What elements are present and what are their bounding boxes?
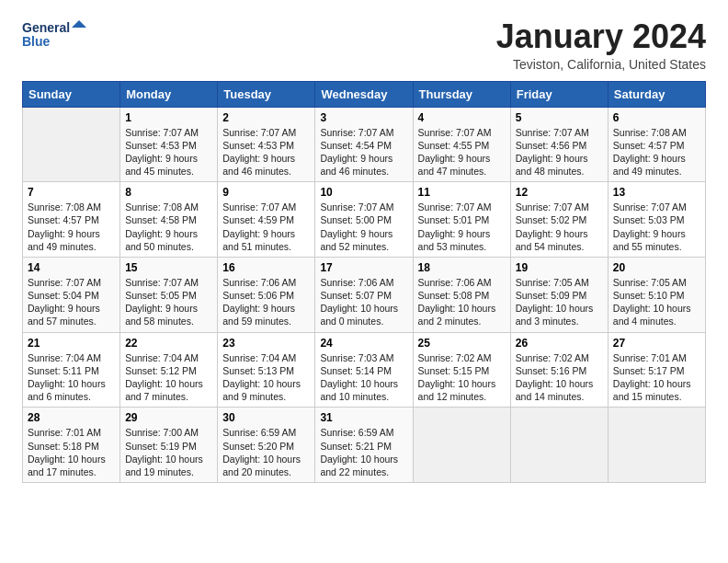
header-tuesday: Tuesday [218, 81, 315, 107]
day-cell: 18Sunrise: 7:06 AMSunset: 5:08 PMDayligh… [413, 257, 510, 332]
day-info: Sunrise: 7:01 AMSunset: 5:17 PMDaylight:… [613, 351, 700, 404]
day-number: 18 [418, 261, 506, 274]
day-info: Sunrise: 7:06 AMSunset: 5:07 PMDaylight:… [320, 276, 407, 328]
week-row-1: 1Sunrise: 7:07 AMSunset: 4:53 PMDaylight… [23, 107, 706, 182]
day-number: 29 [125, 411, 212, 424]
day-info: Sunrise: 7:06 AMSunset: 5:06 PMDaylight:… [222, 276, 310, 328]
day-number: 16 [222, 261, 310, 274]
month-title: January 2024 [496, 18, 706, 55]
day-info: Sunrise: 7:05 AMSunset: 5:10 PMDaylight:… [613, 276, 700, 328]
day-cell: 21Sunrise: 7:04 AMSunset: 5:11 PMDayligh… [23, 332, 120, 408]
day-cell: 3Sunrise: 7:07 AMSunset: 4:54 PMDaylight… [315, 107, 413, 182]
day-cell: 11Sunrise: 7:07 AMSunset: 5:01 PMDayligh… [413, 182, 510, 258]
header-monday: Monday [120, 81, 218, 107]
day-info: Sunrise: 7:07 AMSunset: 4:59 PMDaylight:… [222, 201, 310, 253]
day-cell: 10Sunrise: 7:07 AMSunset: 5:00 PMDayligh… [315, 182, 413, 258]
header-thursday: Thursday [413, 81, 510, 107]
day-info: Sunrise: 7:07 AMSunset: 5:05 PMDaylight:… [125, 276, 212, 328]
day-number: 7 [28, 186, 115, 199]
day-number: 27 [613, 337, 700, 350]
day-info: Sunrise: 7:04 AMSunset: 5:12 PMDaylight:… [125, 351, 212, 404]
day-info: Sunrise: 7:07 AMSunset: 5:04 PMDaylight:… [28, 276, 115, 328]
day-cell: 30Sunrise: 6:59 AMSunset: 5:20 PMDayligh… [218, 408, 315, 483]
logo-svg: General Blue [22, 18, 86, 52]
day-cell [23, 107, 120, 182]
day-cell: 27Sunrise: 7:01 AMSunset: 5:17 PMDayligh… [608, 332, 705, 408]
day-cell: 12Sunrise: 7:07 AMSunset: 5:02 PMDayligh… [510, 182, 608, 258]
day-cell: 4Sunrise: 7:07 AMSunset: 4:55 PMDaylight… [413, 107, 510, 182]
day-cell: 5Sunrise: 7:07 AMSunset: 4:56 PMDaylight… [510, 107, 608, 182]
day-number: 17 [320, 261, 407, 274]
day-number: 3 [320, 111, 407, 124]
day-number: 5 [516, 111, 603, 124]
day-cell: 29Sunrise: 7:00 AMSunset: 5:19 PMDayligh… [120, 408, 218, 483]
day-number: 13 [613, 186, 700, 199]
day-info: Sunrise: 7:00 AMSunset: 5:19 PMDaylight:… [125, 426, 212, 478]
day-number: 23 [222, 337, 310, 350]
day-cell: 8Sunrise: 7:08 AMSunset: 4:58 PMDaylight… [120, 182, 218, 258]
header: General Blue January 2024 Teviston, Cali… [22, 18, 706, 72]
day-cell: 1Sunrise: 7:07 AMSunset: 4:53 PMDaylight… [120, 107, 218, 182]
day-info: Sunrise: 7:07 AMSunset: 4:55 PMDaylight:… [418, 126, 506, 178]
day-number: 12 [516, 186, 603, 199]
day-number: 15 [125, 261, 212, 274]
day-cell: 14Sunrise: 7:07 AMSunset: 5:04 PMDayligh… [23, 257, 120, 332]
day-number: 9 [222, 186, 310, 199]
day-number: 31 [320, 411, 407, 424]
day-cell: 15Sunrise: 7:07 AMSunset: 5:05 PMDayligh… [120, 257, 218, 332]
day-info: Sunrise: 7:07 AMSunset: 4:53 PMDaylight:… [222, 126, 310, 178]
day-cell: 26Sunrise: 7:02 AMSunset: 5:16 PMDayligh… [510, 332, 608, 408]
day-number: 30 [222, 411, 310, 424]
header-friday: Friday [510, 81, 608, 107]
day-info: Sunrise: 6:59 AMSunset: 5:20 PMDaylight:… [222, 426, 310, 478]
day-number: 24 [320, 337, 407, 350]
day-info: Sunrise: 7:08 AMSunset: 4:57 PMDaylight:… [28, 201, 115, 253]
day-number: 22 [125, 337, 212, 350]
day-number: 28 [28, 411, 115, 424]
day-cell: 20Sunrise: 7:05 AMSunset: 5:10 PMDayligh… [608, 257, 705, 332]
day-info: Sunrise: 7:07 AMSunset: 5:02 PMDaylight:… [516, 201, 603, 253]
title-area: January 2024 Teviston, California, Unite… [496, 18, 706, 72]
day-info: Sunrise: 7:03 AMSunset: 5:14 PMDaylight:… [320, 351, 407, 404]
svg-marker-1 [72, 20, 86, 28]
day-info: Sunrise: 6:59 AMSunset: 5:21 PMDaylight:… [320, 426, 407, 478]
day-cell: 23Sunrise: 7:04 AMSunset: 5:13 PMDayligh… [218, 332, 315, 408]
day-info: Sunrise: 7:01 AMSunset: 5:18 PMDaylight:… [28, 426, 115, 478]
day-info: Sunrise: 7:07 AMSunset: 4:56 PMDaylight:… [516, 126, 603, 178]
day-number: 21 [28, 337, 115, 350]
day-info: Sunrise: 7:07 AMSunset: 4:53 PMDaylight:… [125, 126, 212, 178]
day-cell: 2Sunrise: 7:07 AMSunset: 4:53 PMDaylight… [218, 107, 315, 182]
day-cell: 22Sunrise: 7:04 AMSunset: 5:12 PMDayligh… [120, 332, 218, 408]
day-info: Sunrise: 7:08 AMSunset: 4:58 PMDaylight:… [125, 201, 212, 253]
day-cell: 31Sunrise: 6:59 AMSunset: 5:21 PMDayligh… [315, 408, 413, 483]
day-cell: 28Sunrise: 7:01 AMSunset: 5:18 PMDayligh… [23, 408, 120, 483]
day-cell: 24Sunrise: 7:03 AMSunset: 5:14 PMDayligh… [315, 332, 413, 408]
svg-text:Blue: Blue [22, 34, 51, 49]
day-info: Sunrise: 7:08 AMSunset: 4:57 PMDaylight:… [613, 126, 700, 178]
svg-text:General: General [22, 20, 70, 35]
day-number: 6 [613, 111, 700, 124]
day-info: Sunrise: 7:02 AMSunset: 5:15 PMDaylight:… [418, 351, 506, 404]
day-cell: 13Sunrise: 7:07 AMSunset: 5:03 PMDayligh… [608, 182, 705, 258]
day-cell: 19Sunrise: 7:05 AMSunset: 5:09 PMDayligh… [510, 257, 608, 332]
day-number: 14 [28, 261, 115, 274]
day-number: 26 [516, 337, 603, 350]
day-cell [413, 408, 510, 483]
day-cell: 16Sunrise: 7:06 AMSunset: 5:06 PMDayligh… [218, 257, 315, 332]
day-info: Sunrise: 7:04 AMSunset: 5:13 PMDaylight:… [222, 351, 310, 404]
day-number: 25 [418, 337, 506, 350]
week-row-4: 21Sunrise: 7:04 AMSunset: 5:11 PMDayligh… [23, 332, 706, 408]
day-cell [608, 408, 705, 483]
calendar-header-row: SundayMondayTuesdayWednesdayThursdayFrid… [23, 81, 706, 107]
week-row-3: 14Sunrise: 7:07 AMSunset: 5:04 PMDayligh… [23, 257, 706, 332]
day-number: 8 [125, 186, 212, 199]
day-cell: 7Sunrise: 7:08 AMSunset: 4:57 PMDaylight… [23, 182, 120, 258]
day-info: Sunrise: 7:05 AMSunset: 5:09 PMDaylight:… [516, 276, 603, 328]
day-info: Sunrise: 7:07 AMSunset: 5:01 PMDaylight:… [418, 201, 506, 253]
day-info: Sunrise: 7:07 AMSunset: 5:00 PMDaylight:… [320, 201, 407, 253]
day-number: 2 [222, 111, 310, 124]
week-row-2: 7Sunrise: 7:08 AMSunset: 4:57 PMDaylight… [23, 182, 706, 258]
day-number: 20 [613, 261, 700, 274]
logo: General Blue [22, 18, 86, 52]
day-cell: 25Sunrise: 7:02 AMSunset: 5:15 PMDayligh… [413, 332, 510, 408]
